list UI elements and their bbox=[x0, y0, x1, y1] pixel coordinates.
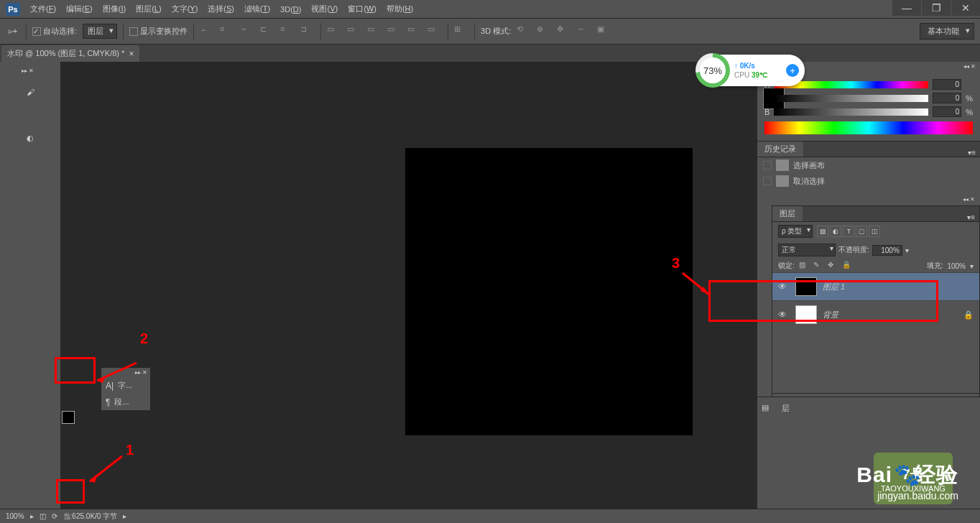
add-icon[interactable]: + bbox=[786, 64, 799, 77]
layer-row-0[interactable]: 👁 图层 1 bbox=[772, 272, 979, 300]
history-menu-icon[interactable]: ▾≡ bbox=[963, 149, 980, 157]
brightness-slider[interactable] bbox=[774, 108, 928, 116]
arrange-icon[interactable]: ◫ bbox=[40, 512, 46, 520]
menu-image[interactable]: 图像(I) bbox=[103, 4, 126, 14]
foreground-color[interactable] bbox=[62, 411, 75, 424]
auto-align-icon[interactable]: ⊞ bbox=[454, 24, 468, 39]
3d-orbit-icon[interactable]: ⟲ bbox=[517, 24, 531, 39]
workspace: ▸▸ ✕ 🖌 ◐ ▸▸ ▹+ ▭ ◯ ✶ ⊡ ✎ ◍ ✐ ♟ ⟲ ◧ 🪣 💧 ◉… bbox=[0, 62, 980, 509]
mini-bridge-icon[interactable]: ▤ bbox=[762, 403, 777, 417]
lock-all-icon[interactable]: 🔒 bbox=[842, 261, 852, 271]
doc-icon bbox=[776, 175, 789, 187]
menu-edit[interactable]: 编辑(E) bbox=[66, 4, 93, 14]
mode-3d-label: 3D 模式: bbox=[481, 26, 511, 37]
layers-tab[interactable]: 图层 bbox=[772, 206, 803, 221]
3d-slide-icon[interactable]: ↔ bbox=[577, 24, 591, 39]
menu-layer[interactable]: 图层(L) bbox=[136, 4, 161, 14]
document-canvas[interactable] bbox=[405, 148, 693, 435]
annotation-label-2: 2 bbox=[140, 330, 148, 347]
align-vcenter-icon[interactable]: ≡ bbox=[220, 24, 234, 39]
fill-label: 填充: bbox=[927, 261, 943, 271]
performance-widget[interactable]: 73% ↑ 0K/s CPU 39℃ + bbox=[697, 55, 805, 86]
app-logo: Ps bbox=[6, 3, 20, 16]
layer-filter-kind[interactable]: ρ 类型 bbox=[778, 225, 813, 238]
rotate-icon[interactable]: ⟳ bbox=[52, 512, 57, 520]
auto-select-checkbox[interactable]: 自动选择: bbox=[32, 26, 77, 37]
lock-position-icon[interactable]: ✥ bbox=[828, 261, 838, 271]
align-top-icon[interactable]: ⫠ bbox=[200, 24, 214, 39]
layer-filter-icons[interactable]: ▨◐T▢◫ bbox=[815, 226, 880, 237]
show-transform-checkbox[interactable]: 显示变换控件 bbox=[129, 26, 188, 37]
layers-menu-icon[interactable]: ▾≡ bbox=[963, 213, 979, 221]
layer-row-1[interactable]: 👁 背景 🔒 bbox=[772, 300, 979, 328]
annotation-arrow-2 bbox=[93, 359, 144, 388]
history-tab[interactable]: 历史记录 bbox=[757, 142, 803, 157]
layer-thumbnail[interactable] bbox=[795, 305, 817, 324]
visibility-icon[interactable]: 👁 bbox=[778, 310, 790, 320]
annotation-arrow-3 bbox=[679, 269, 715, 302]
opacity-input[interactable]: 100% bbox=[872, 245, 902, 256]
distribute-3-icon[interactable]: ▭ bbox=[367, 24, 382, 39]
align-right-icon[interactable]: ⊐ bbox=[300, 24, 315, 39]
distribute-6-icon[interactable]: ▭ bbox=[427, 24, 442, 39]
menu-type[interactable]: 文字(Y) bbox=[172, 4, 198, 14]
brightness-input[interactable] bbox=[933, 106, 961, 117]
layer-thumbnail[interactable] bbox=[795, 277, 817, 296]
distribute-1-icon[interactable]: ▭ bbox=[327, 24, 341, 39]
history-item-0[interactable]: 选择画布 bbox=[757, 157, 980, 173]
lock-image-icon[interactable]: ✎ bbox=[813, 261, 823, 271]
brush-preset-icon[interactable]: 🖌 bbox=[20, 83, 40, 101]
timeline-icon[interactable]: 层 bbox=[782, 403, 798, 417]
menu-filter[interactable]: 滤镜(T) bbox=[244, 4, 270, 14]
menu-bar: Ps 文件(F) 编辑(E) 图像(I) 图层(L) 文字(Y) 选择(S) 滤… bbox=[0, 0, 980, 19]
window-maximize[interactable]: ❐ bbox=[922, 0, 951, 16]
saturation-input[interactable] bbox=[933, 93, 961, 103]
3d-roll-icon[interactable]: ⊕ bbox=[537, 24, 551, 39]
menu-select[interactable]: 选择(S) bbox=[208, 4, 234, 14]
layer-name[interactable]: 图层 1 bbox=[823, 282, 845, 292]
layers-panel: ◂◂ ✕ 图层 ▾≡ ρ 类型 ▨◐T▢◫ 正常 不透明度: 100%▾ 锁定:… bbox=[772, 205, 980, 410]
distribute-2-icon[interactable]: ▭ bbox=[347, 24, 361, 39]
menu-help[interactable]: 帮助(H) bbox=[387, 4, 413, 14]
auto-select-target[interactable]: 图层 bbox=[83, 24, 117, 39]
menu-3d[interactable]: 3D(D) bbox=[280, 5, 301, 14]
arrow-up-icon: ↑ bbox=[734, 62, 738, 70]
zoom-level[interactable]: 100% bbox=[6, 512, 24, 520]
paragraph-row[interactable]: ¶段... bbox=[101, 394, 150, 410]
document-tabs: 水印 @ 100% (图层 1, CMYK/8) * × bbox=[0, 45, 980, 62]
adjustment-icon[interactable]: ◐ bbox=[20, 129, 40, 147]
options-bar: ▹+ 自动选择: 图层 显示变换控件 ⫠ ≡ ⫟ ⊏ ≡ ⊐ ▭ ▭ ▭ ▭ ▭… bbox=[0, 19, 980, 45]
menu-view[interactable]: 视图(V) bbox=[311, 4, 338, 14]
blend-mode-select[interactable]: 正常 bbox=[778, 244, 836, 256]
document-tab[interactable]: 水印 @ 100% (图层 1, CMYK/8) * × bbox=[1, 45, 139, 62]
baidu-watermark: Bai🐾经验 jingyan.baidu.com bbox=[856, 460, 958, 501]
window-minimize[interactable]: — bbox=[892, 0, 921, 16]
visibility-icon[interactable]: 👁 bbox=[778, 282, 790, 292]
align-hcenter-icon[interactable]: ≡ bbox=[280, 24, 295, 39]
saturation-slider[interactable] bbox=[774, 95, 928, 102]
opacity-label: 不透明度: bbox=[838, 245, 869, 255]
lock-transparent-icon[interactable]: ▨ bbox=[799, 261, 809, 271]
layer-name[interactable]: 背景 bbox=[823, 310, 838, 320]
bottom-icons-panel: ▤ 层 bbox=[757, 397, 980, 422]
lock-label: 锁定: bbox=[778, 261, 795, 271]
menu-file[interactable]: 文件(F) bbox=[30, 4, 56, 14]
perf-percent: 73% bbox=[700, 57, 726, 83]
window-close[interactable]: ✕ bbox=[951, 0, 980, 16]
close-tab-icon[interactable]: × bbox=[129, 49, 134, 59]
distribute-4-icon[interactable]: ▭ bbox=[387, 24, 402, 39]
color-ramp[interactable] bbox=[764, 121, 973, 134]
fill-input[interactable]: 100% bbox=[947, 262, 966, 270]
align-bottom-icon[interactable]: ⫟ bbox=[240, 24, 254, 39]
distribute-5-icon[interactable]: ▭ bbox=[407, 24, 422, 39]
status-bar: 100% ▸ ◫ ⟳ 当:625.0K/0 字节 ▸ bbox=[0, 509, 980, 523]
annotation-label-3: 3 bbox=[672, 255, 680, 272]
3d-zoom-icon[interactable]: ▣ bbox=[597, 24, 611, 39]
doc-info[interactable]: 当:625.0K/0 字节 bbox=[63, 512, 118, 522]
3d-pan-icon[interactable]: ✥ bbox=[557, 24, 571, 39]
workspace-switcher[interactable]: 基本功能 bbox=[920, 23, 974, 40]
history-item-1[interactable]: 取消选择 bbox=[757, 173, 980, 189]
hue-input[interactable] bbox=[933, 79, 961, 90]
align-left-icon[interactable]: ⊏ bbox=[260, 24, 274, 39]
menu-window[interactable]: 窗口(W) bbox=[348, 4, 376, 14]
